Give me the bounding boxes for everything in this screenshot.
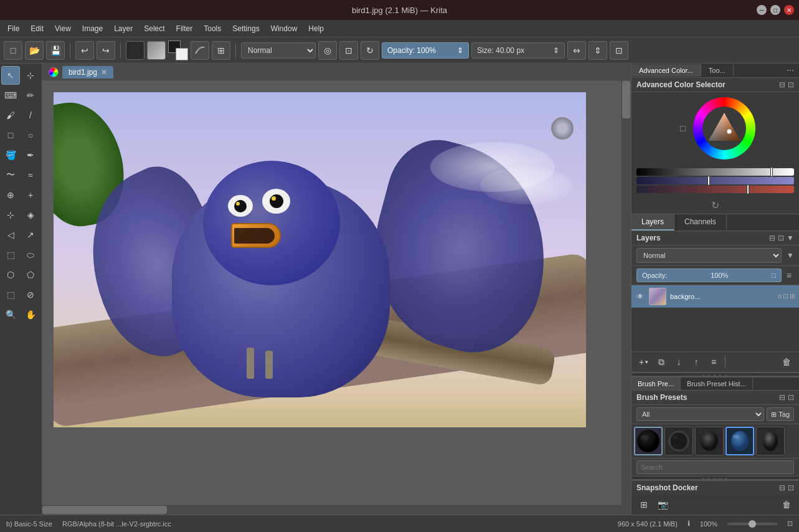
- brush-item-1[interactable]: [634, 427, 663, 455]
- opacity-arrows[interactable]: ⇕: [457, 46, 463, 55]
- pan-tool[interactable]: ✋: [21, 305, 40, 324]
- tab-close-button[interactable]: ✕: [101, 68, 107, 77]
- gradient-button[interactable]: [147, 41, 166, 60]
- menu-settings[interactable]: Settings: [227, 23, 264, 34]
- smart-patch[interactable]: ◈: [21, 206, 40, 224]
- vertical-scrollbar[interactable]: [621, 81, 631, 505]
- snapshot-icon-2[interactable]: ⊡: [788, 483, 794, 492]
- layers-blend-select[interactable]: Normal: [636, 248, 782, 263]
- freehand-path[interactable]: 〜: [1, 166, 20, 184]
- layer-settings-button[interactable]: ≡: [706, 354, 721, 369]
- color-mode-icon[interactable]: □: [680, 123, 685, 133]
- menu-file[interactable]: File: [2, 23, 24, 34]
- tab-tools[interactable]: Too...: [701, 64, 734, 77]
- line-tool[interactable]: /: [21, 106, 40, 125]
- slider-value[interactable]: [636, 168, 794, 176]
- horizontal-scrollbar[interactable]: [42, 505, 621, 515]
- brush-item-4[interactable]: [726, 427, 754, 455]
- open-button[interactable]: 📂: [25, 41, 44, 60]
- color-docker-icon-1[interactable]: ⊟: [779, 80, 785, 89]
- camera-button[interactable]: 📷: [655, 497, 670, 512]
- eraser-button[interactable]: ◎: [318, 41, 337, 60]
- layers-opacity-slider[interactable]: Opacity: 100% □: [636, 268, 782, 282]
- ellipse-tool[interactable]: ○: [21, 126, 40, 145]
- add-tool[interactable]: +: [21, 186, 40, 204]
- layer-icon-3[interactable]: ⊞: [790, 292, 795, 300]
- status-info-icon[interactable]: ℹ: [688, 520, 690, 528]
- color-triangle[interactable]: [706, 110, 743, 147]
- rect-select[interactable]: ⬚: [1, 245, 20, 264]
- layer-menu-icon[interactable]: ≡: [784, 269, 794, 282]
- zoom-thumb[interactable]: [749, 520, 756, 528]
- delete-layer-button[interactable]: 🗑: [779, 354, 794, 369]
- canvas-tab-bird1[interactable]: bird1.jpg ✕: [62, 66, 113, 78]
- menu-layer[interactable]: Layer: [109, 23, 138, 34]
- undo-button[interactable]: ↩: [75, 41, 94, 60]
- brush-tool[interactable]: ✏: [21, 86, 40, 105]
- redo-button[interactable]: ↪: [97, 41, 115, 60]
- menu-select[interactable]: Select: [139, 23, 169, 34]
- layers-icon-2[interactable]: ⊡: [778, 234, 784, 242]
- zoom-tool[interactable]: 🔍: [1, 305, 20, 324]
- status-extra-icon[interactable]: ⊡: [787, 520, 793, 528]
- measure-tool[interactable]: ↗: [21, 226, 40, 244]
- color-docker-icon-2[interactable]: ⊡: [788, 80, 794, 89]
- brush-preset-button[interactable]: [191, 41, 209, 60]
- paint-brush[interactable]: 🖌: [1, 106, 20, 125]
- path-tool[interactable]: ✒: [21, 146, 40, 164]
- poly-select[interactable]: ⬡: [1, 265, 20, 284]
- delete-snapshot-button[interactable]: 🗑: [779, 497, 794, 512]
- brush-item-2[interactable]: [664, 427, 693, 455]
- move-tool[interactable]: ⊕: [1, 186, 20, 204]
- opacity-stepper[interactable]: □: [772, 272, 776, 279]
- brush-icon-2[interactable]: ⊡: [788, 393, 794, 402]
- mirror-h-button[interactable]: ⇔: [567, 41, 586, 60]
- menu-edit[interactable]: Edit: [26, 23, 49, 34]
- transform-tool[interactable]: ⊹: [21, 66, 40, 85]
- select-tool[interactable]: ↖: [1, 66, 20, 85]
- contiguous-select[interactable]: 🪣: [1, 146, 20, 164]
- tool-options-button[interactable]: ⊞: [212, 41, 230, 60]
- tab-layers[interactable]: Layers: [631, 214, 674, 230]
- add-layer-button[interactable]: + ▼: [636, 354, 651, 369]
- add-snapshot-button[interactable]: ⊞: [636, 497, 651, 512]
- fuzzy-select[interactable]: ⬠: [21, 265, 40, 284]
- canvas-scroll[interactable]: [42, 81, 631, 515]
- docker-more-button[interactable]: ⋯: [782, 64, 799, 77]
- menu-image[interactable]: Image: [77, 23, 108, 34]
- tab-brush-presets[interactable]: Brush Pre...: [631, 378, 681, 390]
- slider-saturation[interactable]: [636, 186, 794, 193]
- layers-filter-icon[interactable]: ▼: [787, 251, 794, 260]
- layer-visibility-toggle[interactable]: 👁: [635, 292, 645, 302]
- brush-filter-select[interactable]: All: [636, 407, 764, 421]
- brush-tag-button[interactable]: ⊞ Tag: [767, 407, 794, 421]
- close-button[interactable]: ✕: [784, 5, 794, 15]
- layer-icon-2[interactable]: ⊡: [783, 292, 788, 300]
- menu-help[interactable]: Help: [303, 23, 329, 34]
- gradient-tool[interactable]: ◁: [1, 226, 20, 244]
- brush-item-5[interactable]: [756, 427, 785, 455]
- tab-channels[interactable]: Channels: [674, 214, 727, 230]
- maximize-button[interactable]: □: [770, 5, 780, 15]
- preserve-alpha-button[interactable]: ⊡: [339, 41, 358, 60]
- rect-tool[interactable]: □: [1, 126, 20, 145]
- save-button[interactable]: 💾: [46, 41, 65, 60]
- wet-paint-button[interactable]: ↻: [361, 41, 379, 60]
- color-swatches[interactable]: [168, 40, 188, 60]
- snapshot-icon-1[interactable]: ⊟: [779, 483, 785, 492]
- brush-search-input[interactable]: [636, 460, 794, 474]
- size-arrows[interactable]: ⇕: [553, 46, 559, 55]
- new-document-button[interactable]: □: [4, 41, 22, 60]
- ellipse-select[interactable]: ⬭: [21, 245, 40, 264]
- blend-mode-select[interactable]: Normal: [241, 42, 316, 59]
- warp-transform[interactable]: ⊘: [21, 285, 40, 304]
- freehand-select[interactable]: ⌨: [1, 86, 20, 105]
- layer-icon-1[interactable]: α: [778, 292, 782, 300]
- minimize-button[interactable]: ─: [757, 5, 767, 15]
- menu-filter[interactable]: Filter: [171, 23, 198, 34]
- wrap-button[interactable]: ⊡: [610, 41, 628, 60]
- color-wheel[interactable]: [693, 97, 755, 159]
- scroll-thumb-v[interactable]: [622, 81, 630, 118]
- mirror-v-button[interactable]: ⇕: [589, 41, 607, 60]
- tab-brush-history[interactable]: Brush Preset Hist...: [681, 378, 753, 390]
